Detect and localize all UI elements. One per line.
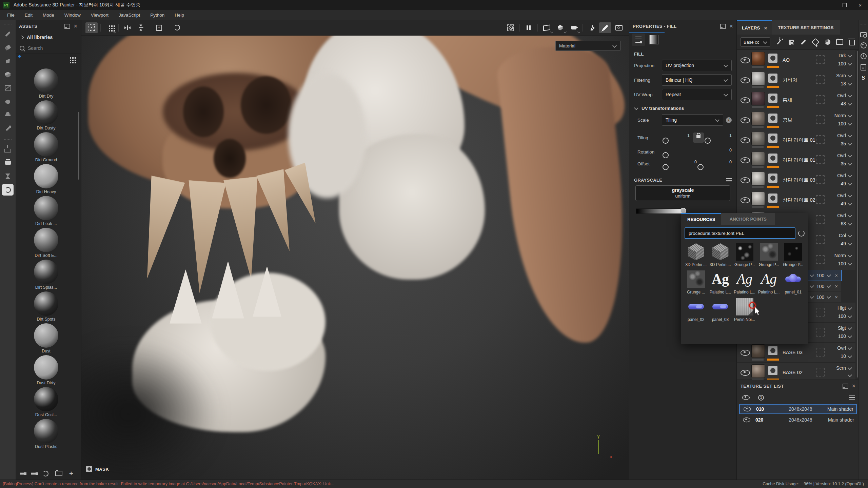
info-icon[interactable] <box>726 117 732 123</box>
layer-material-thumbnail[interactable] <box>751 112 765 125</box>
opacity-dropdown[interactable]: 100 <box>838 121 852 126</box>
layer-material-thumbnail[interactable] <box>751 92 765 105</box>
projection-tool-button[interactable] <box>2 55 14 67</box>
opacity-dropdown[interactable]: 63 <box>841 221 852 226</box>
layer-mask-thumbnail[interactable] <box>768 74 777 83</box>
layer-mask-thumbnail[interactable] <box>768 94 777 103</box>
layer-material-thumbnail[interactable] <box>751 152 765 165</box>
toolbar-grip[interactable] <box>860 24 867 24</box>
import-resources-button[interactable] <box>2 157 14 168</box>
minimize-button[interactable]: – <box>821 0 837 10</box>
asset-item[interactable]: Dirt Ground <box>16 132 77 162</box>
blend-mode-dropdown[interactable]: Ovrl <box>837 93 852 98</box>
undock-panel-icon[interactable] <box>64 24 70 29</box>
shader-settings-button[interactable] <box>860 42 867 49</box>
blend-mode-dropdown[interactable]: Norm <box>834 253 852 258</box>
display-settings-button[interactable] <box>860 31 867 38</box>
add-smart-mask-button[interactable] <box>788 38 795 46</box>
resource-item[interactable]: Ag Palatino L... <box>708 270 733 294</box>
asset-item[interactable]: Dirt Dusty <box>16 100 77 130</box>
visibility-eye-icon[interactable] <box>741 117 750 123</box>
visibility-eye-icon[interactable] <box>741 157 750 163</box>
texture-set-row[interactable]: 020 2048x2048 Main shader <box>739 415 857 425</box>
offset-x-value[interactable]: 0 <box>694 160 697 164</box>
opacity-dropdown[interactable]: 10 <box>841 353 852 359</box>
remove-effect-icon[interactable]: × <box>835 272 838 278</box>
resource-item[interactable]: Ag Palatino L... <box>757 270 781 294</box>
geometry-mask-tool-button[interactable] <box>2 69 14 80</box>
asset-item[interactable]: Dirt Splas... <box>16 260 77 290</box>
close-button[interactable]: × <box>852 0 868 10</box>
layer-material-thumbnail[interactable] <box>751 132 765 145</box>
effect-opacity-value[interactable]: 100 <box>816 273 824 278</box>
opacity-dropdown[interactable]: 100 <box>838 61 852 66</box>
slider-knob[interactable] <box>663 164 669 170</box>
export-list-icon[interactable] <box>20 472 24 472</box>
slider-knob[interactable] <box>697 164 704 170</box>
assets-search[interactable]: Search <box>16 43 81 54</box>
slider-knob[interactable] <box>663 152 669 158</box>
add-folder-button[interactable] <box>836 38 843 46</box>
opacity-dropdown[interactable]: 18 <box>841 81 852 86</box>
tiling-x-value[interactable]: 1 <box>687 133 690 138</box>
grid-view-icon[interactable] <box>70 57 71 59</box>
layer-row[interactable]: BASE 03 Ovrl 10 <box>737 343 855 363</box>
library-selector[interactable]: All libraries <box>16 32 81 43</box>
visibility-eye-icon[interactable] <box>741 97 750 103</box>
blend-mode-dropdown[interactable]: Ovrl <box>837 153 852 158</box>
blend-mode-dropdown[interactable]: Hlgt <box>837 305 852 311</box>
layer-material-thumbnail[interactable] <box>751 52 765 65</box>
resource-item[interactable]: Grunge ... <box>684 270 708 294</box>
grayscale-value-slider[interactable] <box>636 208 684 214</box>
environment-rotation-button[interactable] <box>586 22 598 33</box>
menu-item[interactable]: Edit <box>20 13 38 18</box>
layer-row[interactable]: 상단 라이트 03 Ovrl 49 <box>737 170 855 190</box>
visibility-eye-icon[interactable] <box>743 418 750 422</box>
resource-item[interactable]: panel_02 <box>684 298 708 322</box>
layer-mask-thumbnail[interactable] <box>768 54 777 63</box>
layer-row[interactable]: BASE 02 Scrn <box>737 363 855 380</box>
visibility-eye-icon[interactable] <box>741 350 750 356</box>
smudge-tool-button[interactable] <box>2 96 14 107</box>
blend-mode-dropdown[interactable]: Ovrl <box>837 213 852 218</box>
opacity-dropdown[interactable]: 49 <box>841 241 852 246</box>
import-list-icon[interactable] <box>31 472 36 472</box>
tab-grayscale[interactable] <box>648 34 660 46</box>
history-state-button[interactable] <box>2 170 14 182</box>
uv-transformations-header[interactable]: UV transformations <box>634 106 732 111</box>
asset-item[interactable]: Dust Dirty <box>16 355 77 385</box>
tab-resources[interactable]: RESOURCES <box>681 213 721 225</box>
opacity-dropdown[interactable]: 100 <box>838 313 852 319</box>
screenshot-button[interactable] <box>613 22 625 33</box>
layer-mask-thumbnail[interactable] <box>768 174 777 183</box>
layer-row[interactable]: AO Drk 100 <box>737 50 855 70</box>
close-panel-icon[interactable]: × <box>74 23 77 29</box>
add-smart-material-button[interactable] <box>775 38 783 46</box>
blend-mode-dropdown[interactable]: Ovrl <box>837 173 852 178</box>
tiling-y-value[interactable]: 1 <box>729 133 732 138</box>
eraser-tool-button[interactable] <box>2 42 14 53</box>
offset-y-value[interactable]: 0 <box>729 160 732 164</box>
section-menu-icon[interactable] <box>726 178 732 179</box>
asset-item[interactable]: Dust Plastic <box>16 419 77 449</box>
layer-row[interactable]: 하단 라이트 01 Ovrl 35 <box>737 130 855 150</box>
visibility-eye-icon[interactable] <box>741 137 750 143</box>
tab-fill-properties[interactable] <box>632 34 645 46</box>
visibility-eye-icon[interactable] <box>741 177 750 183</box>
grayscale-resource-button[interactable]: grayscale uniform <box>635 185 730 201</box>
visibility-eye-icon[interactable] <box>741 57 750 63</box>
menu-item[interactable]: Mode <box>38 13 59 18</box>
symmetry-x-button[interactable] <box>121 22 134 33</box>
layer-row[interactable]: 하단 라이트 01 Ovrl 35 <box>737 150 855 170</box>
layer-material-thumbnail[interactable] <box>751 192 765 205</box>
add-asset-icon[interactable]: + <box>69 470 73 477</box>
tiling-lock-button[interactable] <box>693 133 704 143</box>
folder-icon[interactable] <box>55 471 62 476</box>
tab-layers[interactable]: LAYERS × <box>737 20 772 35</box>
menu-item[interactable]: Python <box>145 13 170 18</box>
blend-mode-dropdown[interactable]: Ovrl <box>837 193 852 198</box>
refresh-icon[interactable] <box>798 230 805 237</box>
opacity-dropdown[interactable]: 35 <box>841 141 852 146</box>
resource-item[interactable]: Grunge P... <box>781 243 805 267</box>
delete-layer-button[interactable] <box>848 38 855 46</box>
